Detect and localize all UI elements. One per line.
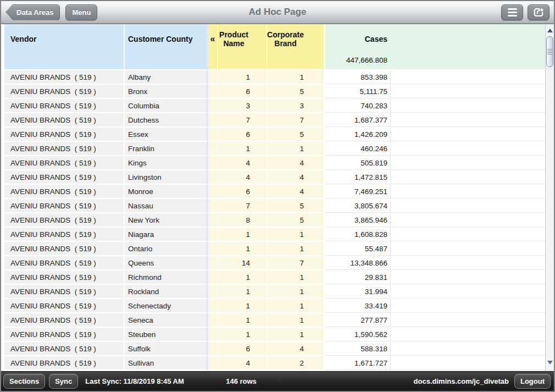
table-row[interactable]: AVENIU BRANDS ( 519 )Kings44505.819 xyxy=(4,156,545,170)
product-name-count-cell: 7 xyxy=(218,113,267,128)
vendor-cell: AVENIU BRANDS ( 519 ) xyxy=(4,99,125,113)
collapse-spacer-cell xyxy=(208,242,218,256)
vendor-cell: AVENIU BRANDS ( 519 ) xyxy=(4,242,125,256)
product-name-count-cell: 6 xyxy=(218,185,267,199)
product-name-count-cell: 8 xyxy=(218,213,267,228)
table-row[interactable]: AVENIU BRANDS ( 519 )Albany11853.398 xyxy=(4,70,545,85)
table-row[interactable]: AVENIU BRANDS ( 519 )Livingston441,472.8… xyxy=(4,170,545,185)
export-share-button[interactable] xyxy=(528,4,550,20)
product-name-count-cell: 6 xyxy=(218,85,267,99)
table-row[interactable]: AVENIU BRANDS ( 519 )Niagara111,608.828 xyxy=(4,228,545,242)
customer-county-cell: Steuben xyxy=(125,328,208,342)
table-row[interactable]: AVENIU BRANDS ( 519 )Richmond1129.831 xyxy=(4,270,545,285)
table-row[interactable]: AVENIU BRANDS ( 519 )Rockland1131.994 xyxy=(4,285,545,299)
collapse-spacer-cell xyxy=(208,185,218,199)
table-row[interactable]: AVENIU BRANDS ( 519 )Steuben111,590.562 xyxy=(4,328,545,342)
app-window: Ad Hoc Page Data Areas Menu Vendor C xyxy=(0,0,555,392)
product-name-count-cell: 1 xyxy=(218,270,267,285)
product-name-count-cell: 1 xyxy=(218,242,267,256)
filler-cell xyxy=(391,85,545,99)
column-header-vendor[interactable]: Vendor xyxy=(4,24,125,70)
table-row[interactable]: AVENIU BRANDS ( 519 )New York853,865.946 xyxy=(4,213,545,228)
customer-county-cell: Dutchess xyxy=(125,113,208,128)
collapse-spacer-cell xyxy=(208,285,218,299)
collapse-spacer-cell xyxy=(208,213,218,228)
customer-county-cell: Sullivan xyxy=(125,356,208,371)
collapse-spacer-cell xyxy=(208,328,218,342)
customer-county-cell: Albany xyxy=(125,70,208,85)
scroll-up-arrow[interactable] xyxy=(546,26,554,35)
collapse-spacer-cell xyxy=(208,170,218,185)
filler-cell xyxy=(391,185,545,199)
table-header-row: Vendor Customer County « Product Name Co… xyxy=(4,24,545,70)
vendor-cell: AVENIU BRANDS ( 519 ) xyxy=(4,128,125,142)
product-name-count-cell: 14 xyxy=(218,256,267,270)
data-areas-back-button[interactable]: Data Areas xyxy=(5,4,60,20)
cases-value-cell: 31.994 xyxy=(325,285,391,299)
table-row[interactable]: AVENIU BRANDS ( 519 )Columbia33740.283 xyxy=(4,99,545,113)
sections-button[interactable]: Sections xyxy=(3,374,45,389)
list-menu-button[interactable] xyxy=(501,4,523,20)
cases-value-cell: 1,687.377 xyxy=(325,113,391,128)
status-bar: Sections Sync Last Sync: 11/8/2019 8:45 … xyxy=(1,371,554,391)
menu-button[interactable]: Menu xyxy=(65,4,97,20)
table-row[interactable]: AVENIU BRANDS ( 519 )Bronx655,111.75 xyxy=(4,85,545,99)
table-row[interactable]: AVENIU BRANDS ( 519 )Suffolk64588.318 xyxy=(4,342,545,356)
customer-county-cell: Queens xyxy=(125,256,208,270)
cases-value-cell: 740.283 xyxy=(325,99,391,113)
corporate-brand-count-cell: 5 xyxy=(267,128,325,142)
table-row[interactable]: AVENIU BRANDS ( 519 )Queens14713,348.866 xyxy=(4,256,545,270)
vendor-cell: AVENIU BRANDS ( 519 ) xyxy=(4,156,125,170)
filler-cell xyxy=(391,313,545,328)
filler-cell xyxy=(391,170,545,185)
table-row[interactable]: AVENIU BRANDS ( 519 )Schenectady1133.419 xyxy=(4,299,545,313)
thumb-grip xyxy=(547,49,552,55)
customer-county-cell: Rockland xyxy=(125,285,208,299)
logout-button[interactable]: Logout xyxy=(514,374,551,389)
table-row[interactable]: AVENIU BRANDS ( 519 )Ontario1155.487 xyxy=(4,242,545,256)
cases-value-cell: 13,348.866 xyxy=(325,256,391,270)
table-body: AVENIU BRANDS ( 519 )Albany11853.398AVEN… xyxy=(4,70,545,371)
filler-cell xyxy=(391,356,545,371)
server-address: docs.dimins.com/jc_divetab xyxy=(414,377,509,385)
corporate-brand-count-cell: 1 xyxy=(267,270,325,285)
table-row[interactable]: AVENIU BRANDS ( 519 )Seneca11277.877 xyxy=(4,313,545,328)
collapse-spacer-cell xyxy=(208,199,218,213)
vertical-scrollbar[interactable] xyxy=(545,24,554,371)
table-row[interactable]: AVENIU BRANDS ( 519 )Essex651,426.209 xyxy=(4,128,545,142)
column-header-cases[interactable]: Cases 447,666.808 xyxy=(325,24,391,70)
filler-cell xyxy=(391,113,545,128)
scrollbar-thumb[interactable] xyxy=(546,36,553,67)
table-row[interactable]: AVENIU BRANDS ( 519 )Nassau753,805.674 xyxy=(4,199,545,213)
collapse-spacer-cell xyxy=(208,156,218,170)
collapse-spacer-cell xyxy=(208,99,218,113)
customer-county-cell: Niagara xyxy=(125,228,208,242)
product-name-count-cell: 6 xyxy=(218,342,267,356)
filler-cell xyxy=(391,256,545,270)
vendor-cell: AVENIU BRANDS ( 519 ) xyxy=(4,113,125,128)
column-header-customer-county[interactable]: Customer County xyxy=(125,24,208,70)
column-header-corporate-brand[interactable]: Corporate Brand xyxy=(267,24,325,70)
vendor-cell: AVENIU BRANDS ( 519 ) xyxy=(4,85,125,99)
filler-cell xyxy=(391,242,545,256)
table-row[interactable]: AVENIU BRANDS ( 519 )Franklin11460.246 xyxy=(4,142,545,156)
collapse-columns-control[interactable]: « xyxy=(208,24,218,70)
customer-county-cell: Seneca xyxy=(125,313,208,328)
vendor-cell: AVENIU BRANDS ( 519 ) xyxy=(4,313,125,328)
vendor-cell: AVENIU BRANDS ( 519 ) xyxy=(4,356,125,371)
customer-county-cell: Livingston xyxy=(125,170,208,185)
customer-county-cell: Kings xyxy=(125,156,208,170)
table-row[interactable]: AVENIU BRANDS ( 519 )Dutchess771,687.377 xyxy=(4,113,545,128)
filler-cell xyxy=(391,70,545,85)
table-row[interactable]: AVENIU BRANDS ( 519 )Monroe647,469.251 xyxy=(4,185,545,199)
column-header-product-name[interactable]: Product Name xyxy=(218,24,267,70)
table-row[interactable]: AVENIU BRANDS ( 519 )Sullivan421,671.727 xyxy=(4,356,545,371)
collapse-spacer-cell xyxy=(208,256,218,270)
sync-button[interactable]: Sync xyxy=(49,374,78,389)
corporate-brand-count-cell: 1 xyxy=(267,299,325,313)
product-name-count-cell: 1 xyxy=(218,328,267,342)
scroll-down-arrow[interactable] xyxy=(546,358,554,367)
vendor-cell: AVENIU BRANDS ( 519 ) xyxy=(4,342,125,356)
header-filler xyxy=(391,24,545,70)
row-count: 146 rows xyxy=(226,377,257,385)
